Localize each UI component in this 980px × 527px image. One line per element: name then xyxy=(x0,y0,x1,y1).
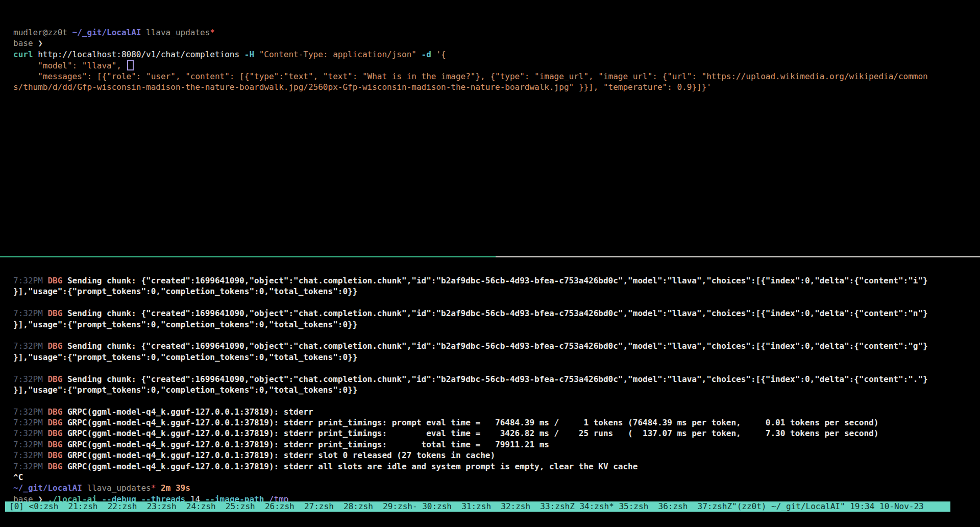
command-body-start: '{ xyxy=(431,50,446,59)
log-eval-time: GRPC(ggml-model-q4_k.gguf-127.0.0.1:3781… xyxy=(67,428,878,438)
log-level: DBG xyxy=(47,308,67,318)
terminal-line: }],"usage":{"prompt_tokens":0,"completio… xyxy=(13,385,980,395)
log-grpc-stderr: GRPC(ggml-model-q4_k.gguf-127.0.0.1:3781… xyxy=(67,407,313,417)
log-timestamp: 7:32PM xyxy=(13,407,47,417)
log-timestamp: 7:32PM xyxy=(13,308,47,318)
log-level: DBG xyxy=(47,418,67,427)
log-timestamp: 7:32PM xyxy=(13,276,47,285)
terminal-line: }],"usage":{"prompt_tokens":0,"completio… xyxy=(13,319,980,330)
command-body-wrap: s/thumb/d/dd/Gfp-wisconsin-madison-the-n… xyxy=(13,82,712,92)
prompt-user-host: mudler@zz0t xyxy=(13,28,72,37)
terminal-line: 7:32PM DBG GRPC(ggml-model-q4_k.gguf-127… xyxy=(13,450,980,461)
log-timestamp: 7:32PM xyxy=(13,462,47,471)
log-chunk-dot: Sending chunk: {"created":1699641090,"ob… xyxy=(67,374,928,384)
log-level: DBG xyxy=(47,428,67,438)
command-body-messages: "messages": [{"role": "user", "content":… xyxy=(13,71,928,81)
pane-curl-command[interactable]: mudler@zz0t ~/_git/LocalAI llava_updates… xyxy=(0,0,980,256)
log-total-time: GRPC(ggml-model-q4_k.gguf-127.0.0.1:3781… xyxy=(67,440,549,449)
terminal-line: 7:32PM DBG GRPC(ggml-model-q4_k.gguf-127… xyxy=(13,417,980,428)
terminal-line: 7:32PM DBG Sending chunk: {"created":169… xyxy=(13,374,980,385)
log-chunk-usage: }],"usage":{"prompt_tokens":0,"completio… xyxy=(13,385,357,395)
prompt-duration: 2m 39s xyxy=(156,483,190,493)
prompt-git-dirty-flag: * xyxy=(210,28,215,37)
log-slot-released: GRPC(ggml-model-q4_k.gguf-127.0.0.1:3781… xyxy=(67,450,495,460)
terminal-line: }],"usage":{"prompt_tokens":0,"completio… xyxy=(13,352,980,363)
log-timestamp: 7:32PM xyxy=(13,428,47,438)
command-flag-data: -d xyxy=(416,50,431,59)
prompt-path: ~/_git/LocalAI xyxy=(72,28,141,37)
terminal-line: 7:32PM DBG GRPC(ggml-model-q4_k.gguf-127… xyxy=(13,406,980,417)
tmux-window-list: [0] <0:zsh 21:zsh 22:zsh 23:zsh 24:zsh 2… xyxy=(9,501,924,511)
terminal-line: 7:32PM DBG Sending chunk: {"created":169… xyxy=(13,308,980,319)
terminal-line: mudler@zz0t ~/_git/LocalAI llava_updates… xyxy=(13,27,980,38)
terminal-line: 7:32PM DBG GRPC(ggml-model-q4_k.gguf-127… xyxy=(13,461,980,472)
log-chunk-usage: }],"usage":{"prompt_tokens":0,"completio… xyxy=(13,286,357,296)
terminal-line: 7:32PM DBG GRPC(ggml-model-q4_k.gguf-127… xyxy=(13,439,980,450)
log-timestamp: 7:32PM xyxy=(13,418,47,427)
terminal-line: 7:32PM DBG GRPC(ggml-model-q4_k.gguf-127… xyxy=(13,428,980,439)
prompt-path: ~/_git/LocalAI xyxy=(13,483,82,493)
terminal-line xyxy=(13,330,980,341)
tmux-status-bar[interactable]: [0] <0:zsh 21:zsh 22:zsh 23:zsh 24:zsh 2… xyxy=(5,501,950,512)
log-chunk-g: Sending chunk: {"created":1699641090,"ob… xyxy=(67,341,928,351)
terminal-line: base ❯ xyxy=(13,38,980,49)
log-timestamp: 7:32PM xyxy=(13,450,47,460)
terminal-line: "model": "llava", xyxy=(13,60,980,70)
terminal-cursor xyxy=(127,60,134,70)
log-timestamp: 7:32PM xyxy=(13,374,47,384)
terminal-line: ^C xyxy=(13,472,980,483)
log-slots-idle: GRPC(ggml-model-q4_k.gguf-127.0.0.1:3781… xyxy=(67,462,638,471)
log-level: DBG xyxy=(47,276,67,285)
log-chunk-usage: }],"usage":{"prompt_tokens":0,"completio… xyxy=(13,352,357,362)
terminal-line xyxy=(13,363,980,373)
pane-debug-log[interactable]: 7:32PM DBG Sending chunk: {"created":169… xyxy=(0,257,980,500)
command-url: http://localhost:8080/v1/chat/completion… xyxy=(33,50,244,59)
terminal-line: "messages": [{"role": "user", "content":… xyxy=(13,71,980,82)
sigint-echo: ^C xyxy=(13,472,23,482)
prompt-git-dirty-flag: * xyxy=(151,483,156,493)
log-timestamp: 7:32PM xyxy=(13,440,47,449)
terminal-screen: mudler@zz0t ~/_git/LocalAI llava_updates… xyxy=(0,0,980,527)
log-level: DBG xyxy=(47,374,67,384)
log-prompt-eval-time: GRPC(ggml-model-q4_k.gguf-127.0.0.1:3781… xyxy=(67,418,878,427)
log-level: DBG xyxy=(47,407,67,417)
log-chunk-i: Sending chunk: {"created":1699641090,"ob… xyxy=(67,276,928,285)
terminal-line: }],"usage":{"prompt_tokens":0,"completio… xyxy=(13,286,980,297)
log-level: DBG xyxy=(47,450,67,460)
prompt-conda-env: base xyxy=(13,38,38,48)
prompt-chevron: ❯ xyxy=(38,38,43,48)
log-level: DBG xyxy=(47,440,67,449)
terminal-line xyxy=(13,297,980,308)
log-chunk-usage: }],"usage":{"prompt_tokens":0,"completio… xyxy=(13,320,357,329)
command-flag-header: -H xyxy=(244,50,254,59)
terminal-line: curl http://localhost:8080/v1/chat/compl… xyxy=(13,49,980,60)
command-header-value: "Content-Type: application/json" xyxy=(254,50,416,59)
terminal-line: s/thumb/d/dd/Gfp-wisconsin-madison-the-n… xyxy=(13,82,980,92)
prompt-git-branch: llava_updates xyxy=(82,483,151,493)
terminal-line: 7:32PM DBG Sending chunk: {"created":169… xyxy=(13,341,980,351)
log-level: DBG xyxy=(47,341,67,351)
log-chunk-n: Sending chunk: {"created":1699641090,"ob… xyxy=(67,308,928,318)
terminal-line: ~/_git/LocalAI llava_updates* 2m 39s xyxy=(13,483,980,493)
terminal-line xyxy=(13,395,980,406)
prompt-git-branch: llava_updates xyxy=(141,28,210,37)
command-curl: curl xyxy=(13,50,33,59)
command-body-model: "model": "llava", xyxy=(13,61,127,70)
log-level: DBG xyxy=(47,462,67,471)
log-timestamp: 7:32PM xyxy=(13,341,47,351)
terminal-line: 7:32PM DBG Sending chunk: {"created":169… xyxy=(13,275,980,286)
